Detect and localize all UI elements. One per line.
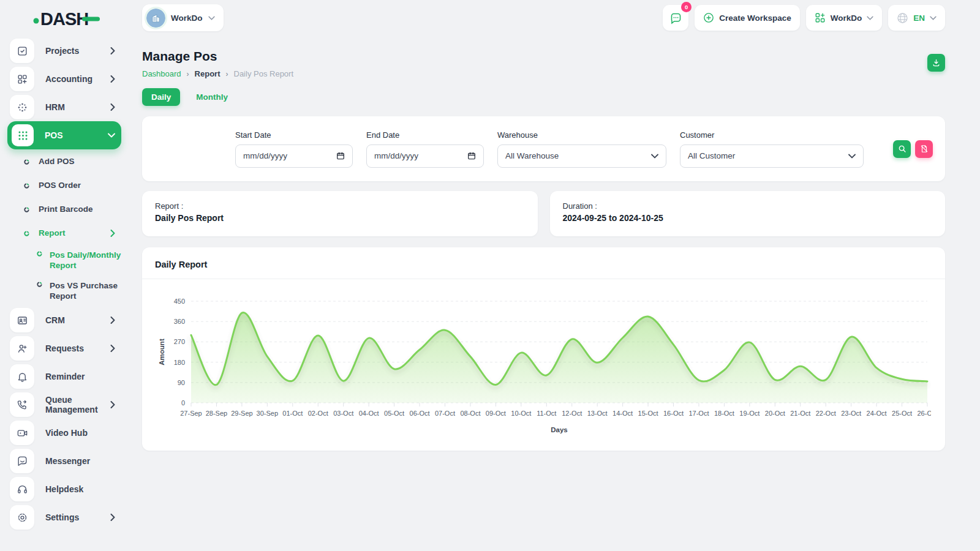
sidebar-item-messenger[interactable]: Messenger xyxy=(7,447,121,475)
sidebar-item-queue-management[interactable]: Queue Management xyxy=(7,391,121,419)
sidebar-item-accounting[interactable]: Accounting xyxy=(7,65,121,93)
x-tick-label: 27-Sep xyxy=(180,410,202,417)
accounting-icon xyxy=(10,67,34,91)
create-workspace-label: Create Workspace xyxy=(719,13,791,23)
messages-badge: 0 xyxy=(681,2,692,12)
chevron-down-icon xyxy=(867,16,873,20)
sidebar-item-pos-order[interactable]: POS Order xyxy=(7,173,121,197)
workspace-grid-icon xyxy=(815,12,826,23)
duration-card: Duration : 2024-09-25 to 2024-10-25 xyxy=(550,191,946,236)
chevron-right-icon xyxy=(110,345,115,352)
language-selector[interactable]: EN xyxy=(888,5,945,31)
building-icon xyxy=(151,13,161,23)
chevron-right-icon xyxy=(110,401,115,408)
chevron-down-icon xyxy=(208,16,215,20)
sidebar-item-pos-daily-monthly-report[interactable]: Pos Daily/Monthly Report xyxy=(7,245,121,276)
tab-monthly[interactable]: Monthly xyxy=(196,92,228,102)
sidebar-item-helpdesk[interactable]: Helpdesk xyxy=(7,475,121,503)
y-tick-label: 90 xyxy=(178,379,185,386)
submenu-bullet-icon xyxy=(37,251,42,257)
breadcrumb: Dashboard › Report › Daily Pos Report xyxy=(142,69,293,78)
warehouse-label: Warehouse xyxy=(497,130,666,140)
pos-icon xyxy=(12,124,34,146)
workspace-switcher[interactable]: WorkDo xyxy=(806,5,883,31)
submenu-bullet-icon xyxy=(24,231,29,236)
duration-card-label: Duration : xyxy=(563,201,933,211)
breadcrumb-report[interactable]: Report xyxy=(195,69,221,78)
helpdesk-icon xyxy=(10,477,34,501)
apply-filter-button[interactable] xyxy=(893,140,911,158)
download-report-button[interactable] xyxy=(927,54,945,72)
reminder-icon xyxy=(10,364,34,389)
submenu-bullet-icon xyxy=(24,207,29,212)
x-tick-label: 09-Oct xyxy=(486,410,506,417)
chevron-down-icon xyxy=(930,16,937,20)
chevron-down-icon xyxy=(108,133,115,138)
download-icon xyxy=(932,58,941,67)
x-tick-label: 16-Oct xyxy=(663,410,684,417)
sidebar-item-requests[interactable]: Requests xyxy=(7,334,121,362)
app-logo[interactable]: DASH xyxy=(0,6,142,30)
end-date-input[interactable]: mm/dd/yyyy xyxy=(366,144,484,168)
x-tick-label: 07-Oct xyxy=(435,410,455,417)
sidebar-item-video-hub[interactable]: Video Hub xyxy=(7,419,121,447)
daily-report-chart[interactable]: 090180270360450 27-Sep28-Sep29-Sep30-Sep… xyxy=(142,279,945,442)
globe-icon xyxy=(897,12,908,24)
chevron-right-icon xyxy=(110,230,115,237)
x-tick-label: 26-Oct xyxy=(917,410,931,417)
start-date-input[interactable]: mm/dd/yyyy xyxy=(235,144,353,168)
messages-button[interactable]: 0 xyxy=(663,5,688,31)
sidebar-item-hrm[interactable]: HRM xyxy=(7,93,121,121)
report-period-tabs: Daily Monthly xyxy=(142,88,945,106)
language-label: EN xyxy=(913,13,925,23)
sidebar: ProjectsAccountingHRMPOSAdd POSPOS Order… xyxy=(7,37,121,531)
filter-actions xyxy=(893,140,933,158)
x-tick-label: 05-Oct xyxy=(384,410,404,417)
end-date-label: End Date xyxy=(366,130,484,140)
x-tick-label: 21-Oct xyxy=(790,410,810,417)
customer-select[interactable]: All Customer xyxy=(680,144,864,168)
plus-circle-icon xyxy=(703,12,714,23)
sidebar-item-pos-vs-purchase-report[interactable]: Pos VS Purchase Report xyxy=(7,276,121,306)
create-workspace-button[interactable]: Create Workspace xyxy=(695,5,800,31)
file-off-icon xyxy=(920,144,929,153)
crm-icon xyxy=(10,308,34,332)
chevron-down-icon xyxy=(848,154,856,159)
calendar-icon xyxy=(467,151,476,160)
reset-filter-button[interactable] xyxy=(915,140,933,158)
sidebar-item-pos[interactable]: POS xyxy=(7,121,121,149)
chevron-right-icon xyxy=(110,317,115,324)
sidebar-item-crm[interactable]: CRM xyxy=(7,306,121,334)
submenu-bullet-icon xyxy=(24,159,29,165)
workspace-selector[interactable]: WorkDo xyxy=(142,4,224,31)
x-tick-label: 15-Oct xyxy=(638,410,658,417)
x-tick-label: 29-Sep xyxy=(231,410,252,417)
submenu-bullet-icon xyxy=(24,183,29,189)
daily-report-card: Daily Report 090180270360450 27-Sep28-Se… xyxy=(142,247,945,451)
y-tick-label: 0 xyxy=(181,399,185,407)
chevron-right-icon xyxy=(110,75,115,83)
page-title: Manage Pos xyxy=(142,49,293,64)
end-date-placeholder: mm/dd/yyyy xyxy=(374,151,418,160)
workspace-avatar xyxy=(146,9,165,28)
sidebar-item-settings[interactable]: Settings xyxy=(7,503,121,531)
start-date-label: Start Date xyxy=(235,130,353,140)
app-root: DASH WorkDo 0 xyxy=(0,0,980,551)
area-chart-svg[interactable]: 090180270360450 27-Sep28-Sep29-Sep30-Sep… xyxy=(156,285,931,440)
report-card: Report : Daily Pos Report xyxy=(142,191,538,236)
sidebar-item-projects[interactable]: Projects xyxy=(7,37,121,65)
warehouse-select[interactable]: All Warehouse xyxy=(497,144,666,168)
queue-icon xyxy=(10,392,34,417)
tab-daily[interactable]: Daily xyxy=(142,88,180,106)
svg-text:DASH: DASH xyxy=(40,9,88,29)
x-tick-label: 17-Oct xyxy=(688,410,709,417)
sidebar-item-report[interactable]: Report xyxy=(7,221,121,245)
warehouse-selected-value: All Warehouse xyxy=(505,151,559,160)
workspace-name: WorkDo xyxy=(171,13,203,23)
sidebar-item-print-barcode[interactable]: Print Barcode xyxy=(7,197,121,221)
breadcrumb-dashboard[interactable]: Dashboard xyxy=(142,69,181,78)
sidebar-item-add-pos[interactable]: Add POS xyxy=(7,149,121,173)
sidebar-item-reminder[interactable]: Reminder xyxy=(7,362,121,391)
customer-field: Customer All Customer xyxy=(680,130,864,168)
y-tick-label: 270 xyxy=(174,338,185,345)
